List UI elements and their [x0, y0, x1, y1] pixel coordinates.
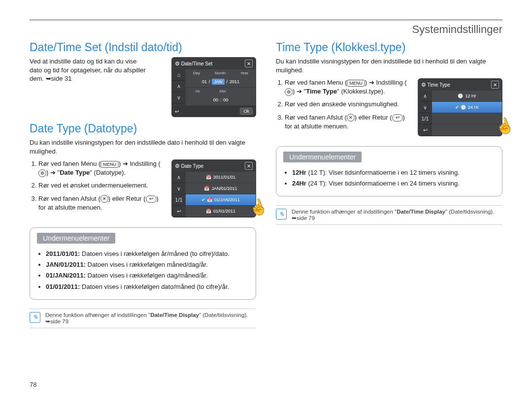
- down-icon[interactable]: ∨: [172, 183, 186, 194]
- datetype-block: ⚙ Date Type ✕ ∧ ∨ 1/1 ↩ 📅 2011/01/: [30, 159, 256, 222]
- ui3-header: ⚙ Time Type ✕: [418, 79, 502, 91]
- return-icon[interactable]: ↩: [175, 109, 179, 114]
- empty-row: [432, 125, 502, 136]
- return-icon[interactable]: ↩: [172, 206, 186, 217]
- section-title-datetime: Date/Time Set (Indstil dato/tid): [30, 41, 256, 54]
- gear-icon: ⚙: [421, 82, 426, 88]
- ui3-main: 🕒 12 Hr ✔ 🕒 24 Hr: [432, 91, 502, 136]
- datetype-intro: Du kan indstille visningstypen for den i…: [30, 138, 256, 156]
- opt-12hr[interactable]: 🕒 12 Hr: [432, 91, 502, 102]
- submenu-list: 12Hr (12 T): Viser tidsinformatioerne i …: [283, 168, 495, 188]
- ok-button[interactable]: Ok: [240, 108, 253, 115]
- return-icon[interactable]: ↩: [418, 125, 432, 136]
- gear-chip-icon: ⚙: [285, 88, 293, 96]
- ui3-side: ∧ ∨ 1/1 ↩: [418, 91, 432, 136]
- list-item: 2011/01/01: Datoen vises i rækkefølgen å…: [46, 250, 249, 258]
- gear-icon: ⚙: [175, 61, 180, 66]
- gear-chip-icon: ⚙: [38, 169, 46, 177]
- page-indicator: 1/1: [418, 113, 432, 125]
- submenu-list: 2011/01/01: Datoen vises i rækkefølgen å…: [37, 250, 249, 291]
- ui1-header: ⚙ Date/Time Set ✕: [172, 58, 256, 69]
- left-column: Date/Time Set (Indstil dato/tid) ⚙ Date/…: [30, 41, 256, 328]
- header-rule: [30, 20, 502, 20]
- down-icon[interactable]: ∨: [172, 92, 186, 103]
- ui1-side: ⌂ ∧ ∨: [172, 69, 186, 106]
- ui2-body: ∧ ∨ 1/1 ↩ 📅 2011/01/01 📅 JAN/01/2011 ✔ 📅…: [172, 172, 256, 217]
- timetype-intro: Du kan indstille visningstypen for den i…: [276, 57, 502, 74]
- close-icon[interactable]: ✕: [245, 162, 253, 170]
- up-icon[interactable]: ∧: [172, 81, 186, 92]
- submenu-box-right: Undermenuelementer 12Hr (12 T): Viser ti…: [276, 146, 502, 196]
- lbl-day: Day: [193, 71, 200, 75]
- val-month[interactable]: JAN: [212, 79, 224, 85]
- close-chip-icon: ✕: [100, 195, 108, 203]
- return-chip-icon: ↩: [146, 195, 157, 203]
- close-chip-icon: ✕: [347, 114, 355, 122]
- note-icon: ✎: [30, 312, 40, 323]
- note-left: ✎ Denne funktion afhænger af indstilling…: [30, 309, 256, 328]
- note-icon: ✎: [276, 209, 287, 219]
- list-item: JAN/01/2011: Datoen vises i rækkefølgen …: [46, 260, 249, 269]
- gear-icon: ⚙: [175, 163, 180, 169]
- page-indicator: 1/1: [172, 194, 186, 206]
- submenu-box-left: Undermenuelementer 2011/01/01: Datoen vi…: [30, 227, 256, 300]
- timetype-ui: ⚙ Time Type ✕ ∧ ∨ 1/1 ↩ 🕒 12 Hr: [418, 78, 502, 136]
- note-text: Denne funktion afhænger af indstillingen…: [292, 209, 502, 221]
- content-columns: Date/Time Set (Indstil dato/tid) ⚙ Date/…: [30, 41, 502, 328]
- val-year[interactable]: 2011: [230, 79, 239, 84]
- lbl-month: Month: [215, 71, 226, 75]
- up-icon[interactable]: ∧: [172, 172, 186, 183]
- ui2-header: ⚙ Date Type ✕: [172, 160, 256, 172]
- opt-dmy[interactable]: 📅 01/01/2011: [186, 206, 256, 217]
- ui3-title: Time Type: [428, 82, 450, 88]
- opt-mdY[interactable]: 📅 JAN/01/2011: [186, 183, 256, 194]
- list-item: 01/JAN/2011: Datoen vises i rækkefølgen …: [46, 271, 249, 280]
- val-day[interactable]: 01: [202, 79, 207, 84]
- return-chip-icon: ↩: [392, 114, 403, 122]
- menu-chip-icon: MENU: [347, 80, 365, 87]
- datetime-intro: Ved at indstille dato og tid kan du vise…: [30, 57, 148, 83]
- manual-page: Systemindstillinger Date/Time Set (Indst…: [0, 0, 532, 407]
- ui2-title: Date Type: [181, 163, 203, 169]
- opt-ymd[interactable]: 📅 2011/01/01: [186, 172, 256, 183]
- up-icon[interactable]: ∧: [418, 91, 432, 102]
- close-icon[interactable]: ✕: [245, 60, 253, 67]
- lbl-hr: Hr: [196, 89, 200, 94]
- timetype-block: ⚙ Time Type ✕ ∧ ∨ 1/1 ↩ 🕒 12 Hr: [276, 78, 502, 141]
- datetype-ui: ⚙ Date Type ✕ ∧ ∨ 1/1 ↩ 📅 2011/01/: [171, 159, 256, 218]
- datetype-ui-wrap: ⚙ Date Type ✕ ∧ ∨ 1/1 ↩ 📅 2011/01/: [171, 159, 256, 218]
- list-item: 01/01/2011: Datoen vises i rækkefølgen d…: [46, 282, 249, 291]
- note-text: Denne funktion afhænger af indstillingen…: [45, 312, 256, 325]
- section-title-datetype: Date Type (Datotype): [30, 122, 256, 135]
- note-right: ✎ Denne funktion afhænger af indstilling…: [276, 205, 502, 225]
- ui3-body: ∧ ∨ 1/1 ↩ 🕒 12 Hr ✔ 🕒 24 Hr: [418, 91, 502, 136]
- ui1-body: ⌂ ∧ ∨ Day Month Year 01/: [172, 69, 256, 106]
- section-title-timetype: Time Type (Klokkesl.type): [276, 41, 502, 54]
- ui1-footer: ↩ Ok: [172, 106, 256, 117]
- close-icon[interactable]: ✕: [491, 81, 499, 89]
- list-item: 12Hr (12 T): Viser tidsinformatioerne i …: [292, 168, 495, 177]
- timetype-ui-wrap: ⚙ Time Type ✕ ∧ ∨ 1/1 ↩ 🕒 12 Hr: [418, 78, 502, 136]
- ui1-title: Date/Time Set: [181, 61, 213, 66]
- submenu-title: Undermenuelementer: [283, 152, 362, 162]
- opt-dMY-selected[interactable]: ✔ 📅 01/JAN/2011: [186, 194, 256, 206]
- opt-24hr-selected[interactable]: ✔ 🕒 24 Hr: [432, 102, 502, 113]
- datetime-set-ui: ⚙ Date/Time Set ✕ ⌂ ∧ ∨ Day Month: [171, 57, 256, 117]
- home-icon[interactable]: ⌂: [172, 69, 186, 81]
- val-hr[interactable]: 00: [213, 97, 218, 102]
- val-min[interactable]: 00: [223, 97, 228, 102]
- lbl-min: Min: [220, 89, 226, 94]
- ui1-main: Day Month Year 01/ JAN/ 2011 Hr: [186, 69, 256, 106]
- page-number: 78: [30, 381, 36, 388]
- datetime-block: ⚙ Date/Time Set ✕ ⌂ ∧ ∨ Day Month: [30, 57, 256, 122]
- empty-row: [432, 113, 502, 125]
- list-item: 24Hr (24 T): Viser tidsinformatioerne i …: [292, 179, 495, 188]
- right-column: Time Type (Klokkesl.type) Du kan indstil…: [276, 41, 502, 328]
- lbl-year: Year: [240, 71, 248, 75]
- ui2-side: ∧ ∨ 1/1 ↩: [172, 172, 186, 217]
- page-header: Systemindstillinger: [30, 23, 502, 36]
- submenu-title: Undermenuelementer: [37, 233, 115, 244]
- menu-chip-icon: MENU: [100, 161, 119, 168]
- ui2-main: 📅 2011/01/01 📅 JAN/01/2011 ✔ 📅 01/JAN/20…: [186, 172, 256, 217]
- down-icon[interactable]: ∨: [418, 102, 432, 113]
